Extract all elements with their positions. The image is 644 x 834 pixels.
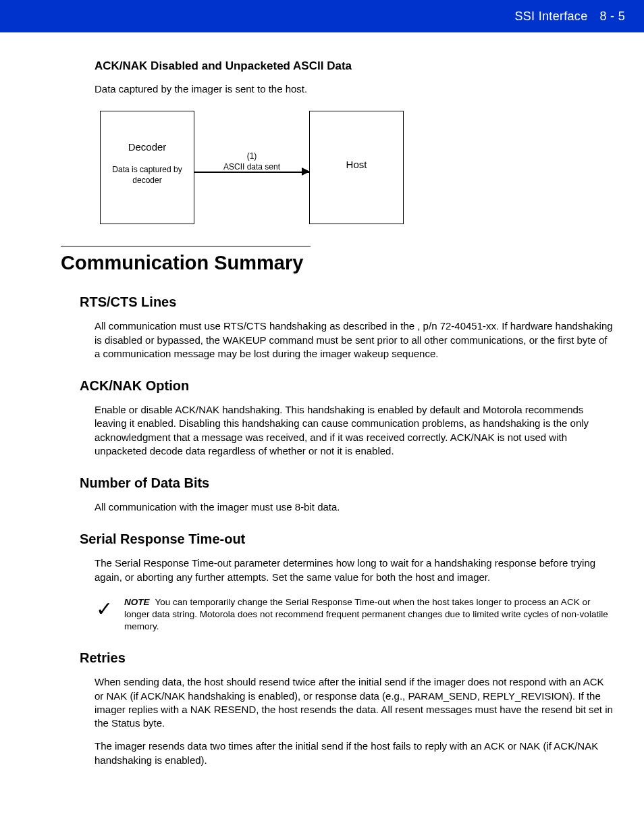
- decoder-title: Decoder: [101, 141, 194, 153]
- page-header: SSI Interface 8 - 5: [0, 0, 644, 32]
- section-text: Data captured by the imager is sent to t…: [95, 82, 620, 96]
- section-heading-acknak-disabled: ACK/NAK Disabled and Unpacketed ASCII Da…: [95, 59, 620, 73]
- heading-rts-cts: RTS/CTS Lines: [80, 294, 620, 310]
- decoder-subtitle: Data is captured by decoder: [101, 165, 194, 186]
- text-serial-timeout: The Serial Response Time-out parameter d…: [95, 556, 613, 584]
- text-rts-cts: All communication must use RTS/CTS hands…: [95, 319, 613, 361]
- host-title: Host: [310, 159, 403, 170]
- section-divider: [61, 246, 311, 246]
- text-data-bits: All communication with the imager must u…: [95, 500, 613, 514]
- text-acknak-option: Enable or disable ACK/NAK handshaking. T…: [95, 403, 613, 458]
- note-block: ✓ NOTEYou can temporarily change the Ser…: [95, 596, 620, 633]
- diagram-decoder-box: Decoder Data is captured by decoder: [100, 111, 194, 224]
- main-heading: Communication Summary: [61, 252, 620, 274]
- heading-serial-timeout: Serial Response Time-out: [80, 531, 620, 547]
- heading-acknak-option: ACK/NAK Option: [80, 378, 620, 394]
- arrow-number: (1): [194, 151, 309, 161]
- header-chapter: SSI Interface: [515, 9, 588, 24]
- text-retries-1: When sending data, the host should resen…: [95, 675, 613, 730]
- note-label: NOTE: [124, 597, 150, 607]
- flow-diagram: Decoder Data is captured by decoder (1) …: [100, 111, 620, 226]
- diagram-host-box: Host: [309, 111, 404, 224]
- header-page-number: 8 - 5: [599, 9, 625, 24]
- arrow-label: ASCII data sent: [194, 162, 309, 172]
- diagram-arrow: (1) ASCII data sent: [194, 151, 309, 172]
- heading-retries: Retries: [80, 650, 620, 666]
- checkmark-icon: ✓: [95, 599, 113, 619]
- text-retries-2: The imager resends data two times after …: [95, 739, 613, 767]
- note-body: NOTEYou can temporarily change the Seria…: [124, 596, 620, 633]
- note-text: You can temporarily change the Serial Re…: [124, 597, 608, 631]
- heading-data-bits: Number of Data Bits: [80, 475, 620, 491]
